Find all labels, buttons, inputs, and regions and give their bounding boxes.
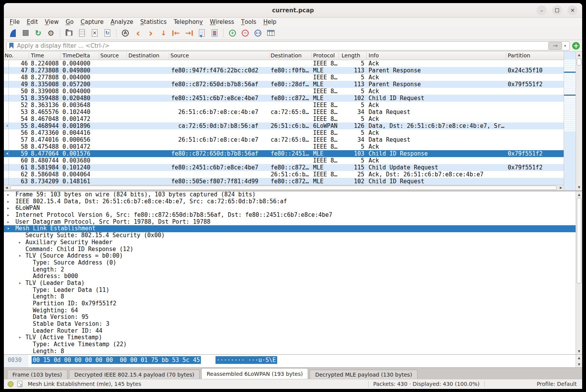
detail-line[interactable]: ▸User Datagram Protocol, Src Port: 19788…: [4, 219, 576, 226]
detail-scrollbar-thumb[interactable]: [577, 198, 581, 283]
menu-file[interactable]: File: [6, 18, 23, 26]
save-file-icon[interactable]: 01010110: [77, 28, 87, 38]
menu-analyze[interactable]: Analyze: [107, 18, 137, 26]
detail-line[interactable]: Command: Child ID Response (12): [4, 246, 576, 253]
next-packet-icon[interactable]: ›: [146, 28, 156, 38]
maximize-button[interactable]: [552, 5, 562, 15]
column-header-partition[interactable]: Partition: [508, 52, 530, 60]
menu-wireless[interactable]: Wireless: [206, 18, 237, 26]
packet-row-55[interactable]: ♦558.4689440.001896ca:72:65:0d:b7:b8:56:…: [4, 122, 564, 129]
detail-scroll-down-icon[interactable]: ▼: [576, 348, 582, 354]
column-header-time[interactable]: Time: [31, 52, 44, 60]
last-packet-icon[interactable]: →: [184, 28, 194, 38]
column-separator[interactable]: [99, 52, 99, 59]
stop-capture-icon[interactable]: [20, 28, 30, 38]
detail-scrollbar[interactable]: ▲ ▼: [576, 191, 582, 354]
hex-scrollbar[interactable]: ▲ ▼: [576, 355, 582, 367]
close-file-icon[interactable]: ✕: [89, 28, 99, 38]
detail-line[interactable]: Security Suite: 802.15.4 Security (0x00): [4, 232, 576, 239]
menu-help[interactable]: Help: [260, 18, 280, 26]
hex-scroll-down-icon[interactable]: ▼: [576, 361, 582, 367]
scroll-down-icon[interactable]: ▼: [576, 184, 582, 190]
column-separator[interactable]: [269, 52, 269, 59]
detail-line[interactable]: Weighting: 64: [4, 307, 576, 314]
zoom-out-icon[interactable]: −: [240, 28, 250, 38]
start-capture-icon[interactable]: [8, 28, 18, 38]
colorize-icon[interactable]: [209, 28, 219, 38]
expert-info-icon[interactable]: [8, 381, 13, 387]
packet-row-48[interactable]: 488.2778080.004000IEEE 8…5Ack: [4, 74, 564, 81]
detail-line[interactable]: ▸IEEE 802.15.4 Data, Dst: 26:51:c6:b7:e8…: [4, 198, 576, 205]
packet-row-59[interactable]: ♦598.4770640.001576fe80::c872:650d:b7b8:…: [4, 150, 564, 157]
horizontal-scrollbar[interactable]: ◀ ▶: [4, 185, 564, 190]
packet-row-50[interactable]: 508.3390080.004000IEEE 8…5Ack: [4, 88, 564, 95]
byte-tab-decrypted-ieee-802-15-4-payload-70-bytes[interactable]: Decrypted IEEE 802.15.4 payload (70 byte…: [69, 370, 200, 379]
previous-packet-icon[interactable]: ‹: [133, 28, 143, 38]
detail-line[interactable]: Leader Router ID: 44: [4, 328, 576, 335]
column-separator[interactable]: [338, 52, 339, 59]
menu-tools[interactable]: Tools: [237, 18, 260, 26]
column-separator[interactable]: [126, 52, 127, 59]
collapse-icon[interactable]: ▾: [19, 280, 21, 287]
packet-list-header[interactable]: No.TimeTimeDeltaSourceDestinationSourceD…: [4, 52, 564, 60]
collapse-icon[interactable]: ▾: [7, 225, 10, 232]
open-file-icon[interactable]: [64, 28, 74, 38]
collapse-icon[interactable]: ▾: [19, 253, 21, 260]
column-separator[interactable]: [169, 52, 169, 59]
packet-scrollbar-thumb[interactable]: [577, 59, 581, 65]
add-filter-button[interactable]: +: [572, 42, 580, 50]
menu-edit[interactable]: Edit: [23, 18, 41, 26]
scroll-up-icon[interactable]: ▲: [576, 52, 582, 58]
column-header-destination[interactable]: Destination: [271, 52, 301, 60]
apply-filter-button[interactable]: →: [548, 42, 562, 50]
column-separator[interactable]: [312, 52, 312, 59]
detail-line[interactable]: Data Version: 95: [4, 314, 576, 321]
intelligent-scrollbar-minimap[interactable]: [564, 52, 576, 190]
detail-line[interactable]: Length: 2: [4, 266, 576, 273]
detail-line[interactable]: ▸6LoWPAN: [4, 205, 576, 212]
column-separator[interactable]: [60, 52, 61, 59]
reload-file-icon[interactable]: ↻: [102, 28, 112, 38]
filter-bookmark-icon[interactable]: [9, 43, 13, 49]
column-header-length[interactable]: Length: [342, 52, 360, 60]
packet-row-52[interactable]: 528.3631360.003648IEEE 8…5Ack: [4, 102, 564, 109]
packet-row-60[interactable]: 608.4807440.003680IEEE 8…5Ack: [4, 157, 564, 164]
expand-icon[interactable]: ▸: [7, 219, 10, 226]
packet-row-63[interactable]: 638.7342090.148161fe80::505e:f807:7f81:4…: [4, 178, 564, 185]
packet-row-47[interactable]: 478.2738080.049800fe80::947f:f476:22bc:c…: [4, 67, 564, 74]
packet-row-56[interactable]: 568.4733600.004416IEEE 8…5Ack: [4, 129, 564, 136]
detail-line[interactable]: Type: Active Timestamp (22): [4, 341, 576, 348]
detail-line[interactable]: ▸Frame 59: 103 bytes on wire (824 bits),…: [4, 191, 576, 198]
detail-line[interactable]: Stable Data Version: 3: [4, 321, 576, 328]
capture-comment-icon[interactable]: [17, 381, 22, 387]
column-header-timedelta[interactable]: TimeDelta: [62, 52, 90, 60]
menu-go[interactable]: Go: [62, 18, 77, 26]
packet-row-57[interactable]: 578.4740160.00065626:51:c6:b7:e8:ce:4b:e…: [4, 136, 564, 143]
expand-icon[interactable]: ▸: [7, 212, 10, 219]
column-header-no[interactable]: No.: [5, 52, 13, 60]
packet-row-51[interactable]: 518.3594880.020480fe80::2451:c6b7:e8ce:4…: [4, 95, 564, 102]
detail-line[interactable]: Type: Source Address (0): [4, 260, 576, 266]
go-to-packet-icon[interactable]: ↓: [158, 28, 168, 38]
detail-line[interactable]: ▾TLV (Leader Data): [4, 280, 576, 287]
zoom-reset-icon[interactable]: 1:1: [253, 28, 263, 38]
packet-list-scrollbar[interactable]: ▲ ▼: [576, 52, 582, 190]
hex-scroll-up-icon[interactable]: ▲: [576, 355, 582, 361]
capture-options-icon[interactable]: ⚙: [46, 28, 56, 38]
first-packet-icon[interactable]: ←: [171, 28, 181, 38]
expand-icon[interactable]: ▸: [7, 198, 10, 205]
titlebar[interactable]: current.pcap – ✕: [4, 3, 582, 18]
column-separator[interactable]: [506, 52, 506, 59]
detail-line[interactable]: ▾TLV (Active Timestamp): [4, 334, 576, 341]
column-header-source[interactable]: Source: [170, 52, 189, 60]
menu-view[interactable]: View: [41, 18, 62, 26]
find-packet-icon[interactable]: A: [120, 28, 130, 38]
menu-telephony[interactable]: Telephony: [170, 18, 206, 26]
detail-line[interactable]: Length: 8: [4, 348, 576, 354]
detail-line[interactable]: Partition ID: 0x79f551f2: [4, 300, 576, 307]
packet-row-54[interactable]: 548.4670480.001472IEEE 8…5Ack: [4, 116, 564, 122]
detail-line[interactable]: ▾TLV (Source Address = b0:00): [4, 253, 576, 260]
column-header-destination[interactable]: Destination: [128, 52, 159, 60]
packet-row-62[interactable]: 628.5860480.00406426:51:c6:b…IEEE 8…25Ac…: [4, 171, 564, 178]
byte-tab-frame-103-bytes[interactable]: Frame (103 bytes): [7, 370, 67, 379]
